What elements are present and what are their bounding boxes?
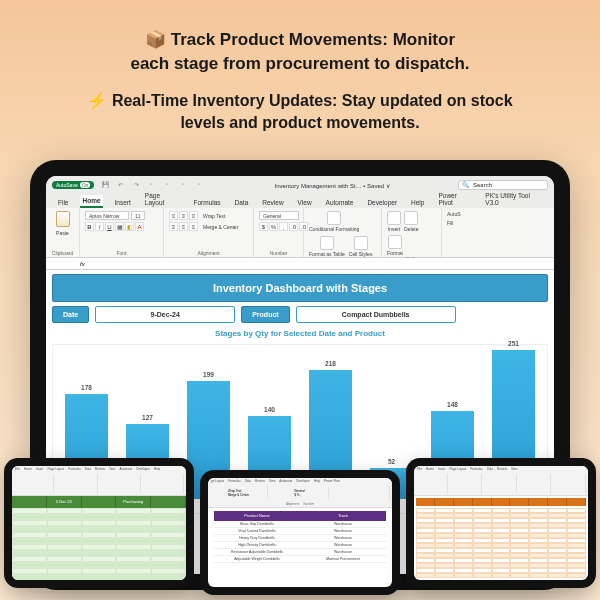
document-title[interactable]: Inventory Management with St… • Saved ∨	[214, 182, 450, 189]
font-size-select[interactable]: 11	[131, 211, 145, 220]
ribbon-tab-data[interactable]: Data	[233, 197, 251, 208]
align-top-icon[interactable]: ≡	[169, 211, 178, 220]
format-as-table-button[interactable]: Format as Table	[309, 236, 345, 257]
bold-button[interactable]: B	[85, 222, 94, 231]
number-format-select[interactable]: General	[259, 211, 299, 220]
tablet-thumb-purple: ge LayoutFormulasDataReviewViewAutomateD…	[200, 470, 400, 595]
group-label: Clipboard	[51, 250, 74, 256]
underline-button[interactable]: U	[105, 222, 114, 231]
title-bar: AutoSave On 💾 ↶ ↷ ▫ ▫ ▫ ▫ Inventory Mana…	[46, 176, 554, 194]
comma-button[interactable]: ,	[279, 222, 288, 231]
bar-value: 199	[187, 371, 229, 378]
fill-button[interactable]: Fill	[447, 220, 453, 226]
search-input[interactable]: Search	[458, 180, 548, 190]
group-label: Number	[259, 250, 298, 256]
promo-heading-1: 📦 Track Product Movements: Monitor each …	[40, 28, 560, 76]
bar-value: 52	[370, 458, 412, 465]
filter-row: Date 9-Dec-24 Product Compact Dumbbells	[52, 306, 548, 323]
dashboard-title: Inventory Dashboard with Stages	[52, 274, 548, 302]
merge-center-button[interactable]: Merge & Center	[203, 224, 238, 230]
date-filter-value[interactable]: 9-Dec-24	[95, 306, 235, 323]
tablet-thumb-green: FileHomeInsertPage LayoutFormulasDataRev…	[4, 458, 194, 588]
fill-color-button[interactable]: ◧	[125, 222, 134, 231]
qat-icon[interactable]: ▫	[182, 181, 190, 189]
align-bot-icon[interactable]: ≡	[189, 211, 198, 220]
qat-icon[interactable]: ▫	[150, 181, 158, 189]
ribbon-group-font: Aptos Narrow 11 B I U ▦ ◧ A Font	[80, 208, 164, 257]
align-center-icon[interactable]: ≡	[179, 222, 188, 231]
ribbon-tab-strip: FileHomeInsertPage LayoutFormulasDataRev…	[46, 194, 554, 208]
bar-value: 218	[309, 360, 351, 367]
tablet-thumb-orange: FileHomeInsertPage LayoutFormulasDataRev…	[406, 458, 596, 588]
qat-icon[interactable]: ▫	[166, 181, 174, 189]
format-cells-button[interactable]: Format	[387, 235, 403, 256]
font-name-select[interactable]: Aptos Narrow	[85, 211, 129, 220]
ribbon-tab-insert[interactable]: Insert	[113, 197, 133, 208]
ribbon-tab-automate[interactable]: Automate	[324, 197, 356, 208]
bar-value: 148	[431, 401, 473, 408]
undo-icon[interactable]: ↶	[118, 181, 126, 189]
percent-button[interactable]: %	[269, 222, 278, 231]
inc-decimal-button[interactable]: .0	[289, 222, 298, 231]
mini-ribbon: FileHomeInsertPage LayoutFormulasDataRev…	[414, 466, 588, 496]
align-mid-icon[interactable]: ≡	[179, 211, 188, 220]
autosum-button[interactable]: AutoS	[447, 211, 461, 217]
cell-styles-button[interactable]: Cell Styles	[349, 236, 373, 257]
bar-value: 178	[65, 384, 107, 391]
ribbon-tab-formulas[interactable]: Formulas	[191, 197, 222, 208]
ribbon-group-clipboard: Paste Clipboard	[46, 208, 80, 257]
conditional-formatting-button[interactable]: Conditional Formatting	[309, 211, 359, 232]
ribbon-tab-file[interactable]: File	[56, 197, 70, 208]
ribbon-group-number: General $ % , .0 .0 Number	[254, 208, 304, 257]
paste-label: Paste	[56, 230, 69, 236]
ribbon-group-editing: AutoS Fill	[442, 208, 472, 257]
orange-table	[414, 496, 588, 580]
ribbon-tab-help[interactable]: Help	[409, 197, 426, 208]
fx-label[interactable]: fx	[76, 261, 89, 267]
ribbon: Paste Clipboard Aptos Narrow 11 B I U ▦ …	[46, 208, 554, 258]
align-right-icon[interactable]: ≡	[189, 222, 198, 231]
ribbon-tab-page-layout[interactable]: Page Layout	[143, 190, 182, 208]
redo-icon[interactable]: ↷	[134, 181, 142, 189]
bar-value: 251	[492, 340, 534, 347]
group-label: Font	[85, 250, 158, 256]
ribbon-tab-home[interactable]: Home	[80, 195, 102, 208]
delete-cells-button[interactable]: Delete	[404, 211, 418, 232]
product-filter-value[interactable]: Compact Dumbbells	[296, 306, 456, 323]
ribbon-tab-pk-s-utility-tool-v3-0[interactable]: PK's Utility Tool V3.0	[483, 190, 544, 208]
chart-title: Stages by Qty for Selected Date and Prod…	[52, 329, 548, 338]
save-icon[interactable]: 💾	[102, 181, 110, 189]
ribbon-tab-developer[interactable]: Developer	[365, 197, 399, 208]
font-color-button[interactable]: A	[135, 222, 144, 231]
bar-value: 140	[248, 406, 290, 413]
ribbon-tab-view[interactable]: View	[296, 197, 314, 208]
ribbon-group-alignment: ≡ ≡ ≡ Wrap Text ≡ ≡ ≡ Merge & Center Ali…	[164, 208, 254, 257]
ribbon-group-styles: Conditional Formatting Format as Table C…	[304, 208, 382, 257]
promo-banner: 📦 Track Product Movements: Monitor each …	[0, 0, 600, 134]
wrap-text-button[interactable]: Wrap Text	[203, 213, 225, 219]
paste-icon[interactable]	[56, 211, 70, 227]
purple-table: Product NameTrack Basic Grip DumbbellsWa…	[208, 508, 392, 587]
autosave-toggle[interactable]: AutoSave On	[52, 181, 94, 189]
formula-bar: fx	[46, 258, 554, 270]
green-table: 5 Dec 24Purchasing	[12, 496, 186, 580]
border-button[interactable]: ▦	[115, 222, 124, 231]
date-filter-label: Date	[52, 306, 89, 323]
currency-button[interactable]: $	[259, 222, 268, 231]
qat-icon[interactable]: ▫	[198, 181, 206, 189]
align-left-icon[interactable]: ≡	[169, 222, 178, 231]
italic-button[interactable]: I	[95, 222, 104, 231]
mini-ribbon: FileHomeInsertPage LayoutFormulasDataRev…	[12, 466, 186, 496]
ribbon-tab-review[interactable]: Review	[260, 197, 285, 208]
group-label: Alignment	[169, 250, 248, 256]
ribbon-group-cells: Insert Delete Format Cells	[382, 208, 442, 257]
product-filter-label: Product	[241, 306, 289, 323]
ribbon-tab-power-pivot[interactable]: Power Pivot	[436, 190, 473, 208]
promo-heading-2: ⚡ Real-Time Inventory Updates: Stay upda…	[40, 90, 560, 135]
mini-ribbon: ge LayoutFormulasDataReviewViewAutomateD…	[208, 478, 392, 508]
bar-value: 127	[126, 414, 168, 421]
insert-cells-button[interactable]: Insert	[387, 211, 401, 232]
